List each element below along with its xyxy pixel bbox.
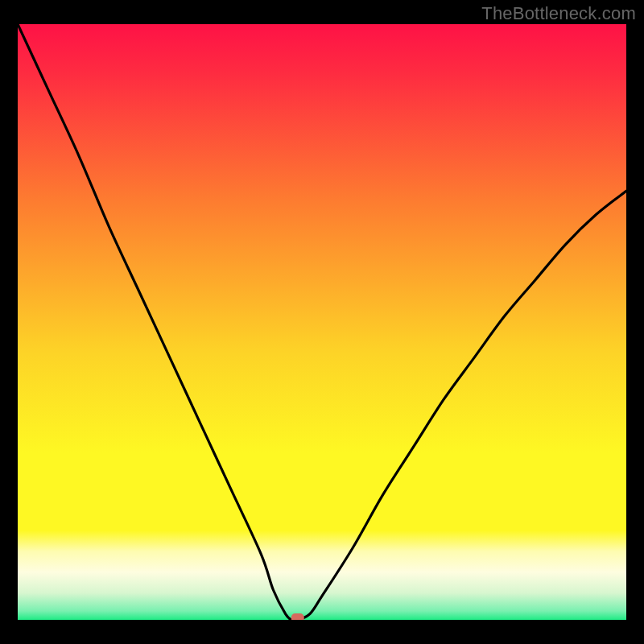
chart-frame: TheBottleneck.com (0, 0, 644, 644)
gradient-background (18, 24, 626, 620)
minimum-marker (291, 613, 304, 620)
watermark-text: TheBottleneck.com (481, 3, 636, 24)
chart-svg (18, 24, 626, 620)
plot-area (18, 24, 626, 620)
